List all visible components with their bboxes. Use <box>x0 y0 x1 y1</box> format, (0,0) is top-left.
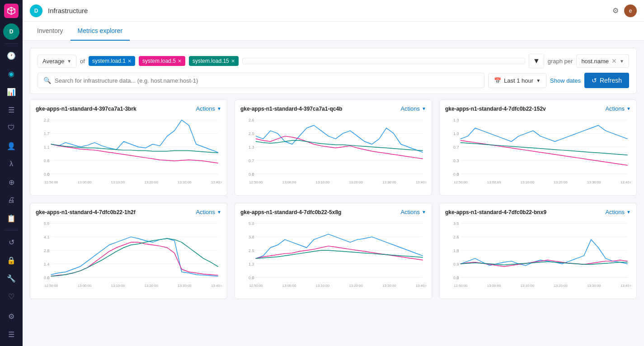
svg-text:2.8: 2.8 <box>44 248 49 253</box>
sidebar-icon-lock[interactable]: 🔒 <box>3 252 19 268</box>
chart-header-4: gke-apps-n1-standard-4-7dfc0b22-1h2fActi… <box>36 209 221 215</box>
sidebar-icon-refresh[interactable]: ↺ <box>3 234 19 250</box>
clear-host-icon[interactable]: ✕ <box>611 57 617 65</box>
graph-per-label: graph per <box>548 58 573 65</box>
svg-text:5.0: 5.0 <box>249 221 254 226</box>
app-logo[interactable] <box>4 4 19 18</box>
metric-tag-load15[interactable]: system.load.15 ✕ <box>189 56 239 66</box>
metric-tag-load1[interactable]: system.load.1 ✕ <box>89 56 135 66</box>
chart-header-1: gke-apps-n1-standard-4-397ca7a1-3brkActi… <box>36 105 221 112</box>
show-dates-button[interactable]: Show dates <box>550 77 581 84</box>
time-range-button[interactable]: 📅 Last 1 hour ▼ <box>488 73 546 88</box>
chart-title-5: gke-apps-n1-standard-4-7dfc0b22-5x8g <box>240 209 341 215</box>
svg-text:13:10:00: 13:10:00 <box>316 284 330 288</box>
sidebar-icon-notebook[interactable]: 📋 <box>3 210 19 226</box>
actions-button-1[interactable]: Actions ▼ <box>196 105 221 112</box>
chart-card-2: gke-apps-n1-standard-4-397ca7a1-qc4bActi… <box>235 99 432 196</box>
time-range-arrow: ▼ <box>536 78 541 83</box>
host-expand-icon[interactable]: ▼ <box>620 59 624 64</box>
svg-text:12:50:00: 12:50:00 <box>44 284 58 288</box>
svg-text:13:20:00: 13:20:00 <box>349 180 363 184</box>
svg-text:13:30:00: 13:30:00 <box>382 284 396 288</box>
actions-button-4[interactable]: Actions ▼ <box>196 209 221 215</box>
svg-text:13:00:00: 13:00:00 <box>487 284 501 288</box>
tab-inventory[interactable]: Inventory <box>30 22 71 41</box>
tab-metrics-explorer[interactable]: Metrics explorer <box>71 22 130 41</box>
actions-button-2[interactable]: Actions ▼ <box>400 105 426 112</box>
sidebar-icon-heart[interactable]: ♡ <box>3 288 19 304</box>
svg-text:13:30:00: 13:30:00 <box>178 180 192 184</box>
sidebar-icon-menu[interactable]: ☰ <box>3 326 19 342</box>
sidebar-icon-lambda[interactable]: λ <box>3 156 19 172</box>
refresh-button[interactable]: ↺ Refresh <box>584 73 629 88</box>
sidebar-icon-list[interactable]: ☰ <box>3 102 19 118</box>
svg-text:13:10:00: 13:10:00 <box>521 180 535 184</box>
actions-label-2: Actions <box>400 105 420 112</box>
svg-text:0.7: 0.7 <box>453 145 459 150</box>
svg-text:12:50:00: 12:50:00 <box>249 180 263 184</box>
svg-text:2.6: 2.6 <box>249 118 254 122</box>
svg-text:0: 0 <box>252 172 254 177</box>
chart-card-1: gke-apps-n1-standard-4-397ca7a1-3brkActi… <box>30 99 227 196</box>
svg-text:13:20:00: 13:20:00 <box>144 284 158 288</box>
sidebar-icon-shield[interactable]: 🛡 <box>3 120 19 136</box>
chart-title-2: gke-apps-n1-standard-4-397ca7a1-qc4b <box>240 106 342 112</box>
sidebar-icon-monitor[interactable]: ◉ <box>3 65 19 82</box>
sidebar-divider-1 <box>5 43 18 44</box>
metric-close-load15-icon[interactable]: ✕ <box>231 58 235 64</box>
svg-text:13:10:00: 13:10:00 <box>521 284 535 288</box>
metric-close-load1-icon[interactable]: ✕ <box>127 58 132 64</box>
sidebar-icon-time[interactable]: 🕐 <box>3 47 19 64</box>
sidebar-icon-settings[interactable]: ⚙ <box>3 308 19 324</box>
chart-title-6: gke-apps-n1-standard-4-7dfc0b22-bnx9 <box>445 209 546 215</box>
actions-chevron-icon-4: ▼ <box>217 210 221 215</box>
svg-text:12:50:00: 12:50:00 <box>454 180 468 184</box>
svg-text:13:40:00: 13:40:00 <box>416 180 426 184</box>
search-input-wrap[interactable]: 🔍 <box>38 73 484 88</box>
user-avatar[interactable]: e <box>624 5 637 17</box>
sidebar-icon-integrations[interactable]: ⊕ <box>3 174 19 190</box>
svg-text:0.6: 0.6 <box>44 159 49 163</box>
aggregate-arrow-icon: ▼ <box>67 59 71 64</box>
actions-button-6[interactable]: Actions ▼ <box>605 209 631 215</box>
svg-text:13:40:00: 13:40:00 <box>416 284 426 288</box>
actions-chevron-icon-5: ▼ <box>422 210 426 215</box>
metric-dropdown-arrow[interactable]: ▼ <box>529 54 544 68</box>
toolbar: Average ▼ of system.load.1 ✕ system.load… <box>30 48 637 94</box>
svg-text:0: 0 <box>252 276 254 280</box>
chart-svg-1: 2.21.71.10.60.0012:50:0013:00:0013:10:00… <box>36 116 221 188</box>
metric-close-load5-icon[interactable]: ✕ <box>178 58 182 64</box>
aggregate-dropdown[interactable]: Average ▼ <box>38 55 76 68</box>
metric-tag-load5[interactable]: system.load.5 ✕ <box>139 56 185 66</box>
svg-text:5.5: 5.5 <box>44 221 49 226</box>
sidebar-icon-chart[interactable]: 📊 <box>3 84 19 100</box>
chart-card-4: gke-apps-n1-standard-4-7dfc0b22-1h2fActi… <box>30 203 227 299</box>
svg-text:13:00:00: 13:00:00 <box>282 284 296 288</box>
actions-button-3[interactable]: Actions ▼ <box>605 105 631 112</box>
svg-text:13:30:00: 13:30:00 <box>382 180 396 184</box>
svg-text:13:30:00: 13:30:00 <box>178 284 192 288</box>
search-input[interactable] <box>55 77 479 84</box>
chart-card-3: gke-apps-n1-standard-4-7dfc0b22-152vActi… <box>439 99 637 196</box>
actions-button-5[interactable]: Actions ▼ <box>400 209 426 215</box>
sidebar-icon-print[interactable]: 🖨 <box>3 192 19 208</box>
refresh-icon: ↺ <box>592 77 597 84</box>
metric-input-area[interactable] <box>242 58 525 64</box>
svg-text:2.2: 2.2 <box>44 118 49 122</box>
settings-icon[interactable]: ⚙ <box>612 6 619 15</box>
svg-text:2.6: 2.6 <box>453 235 459 239</box>
content-area: Average ▼ of system.load.1 ✕ system.load… <box>23 41 644 346</box>
sidebar-icon-user[interactable]: 👤 <box>3 138 19 154</box>
sidebar-icon-avatar[interactable]: D <box>3 23 19 40</box>
search-icon: 🔍 <box>43 77 51 84</box>
actions-chevron-icon-2: ▼ <box>422 106 426 111</box>
chart-card-5: gke-apps-n1-standard-4-7dfc0b22-5x8gActi… <box>235 203 432 299</box>
search-time-row: 🔍 📅 Last 1 hour ▼ Show dates ↺ Refresh <box>38 73 629 88</box>
host-name-input[interactable]: host.name ✕ ▼ <box>576 54 629 68</box>
svg-text:12:50:00: 12:50:00 <box>249 284 263 288</box>
sidebar-icon-wrench[interactable]: 🔧 <box>3 270 19 286</box>
metric-label-load1: system.load.1 <box>92 58 126 64</box>
svg-text:0: 0 <box>456 172 459 177</box>
actions-chevron-icon-1: ▼ <box>217 106 221 111</box>
svg-text:13:00:00: 13:00:00 <box>282 180 296 184</box>
